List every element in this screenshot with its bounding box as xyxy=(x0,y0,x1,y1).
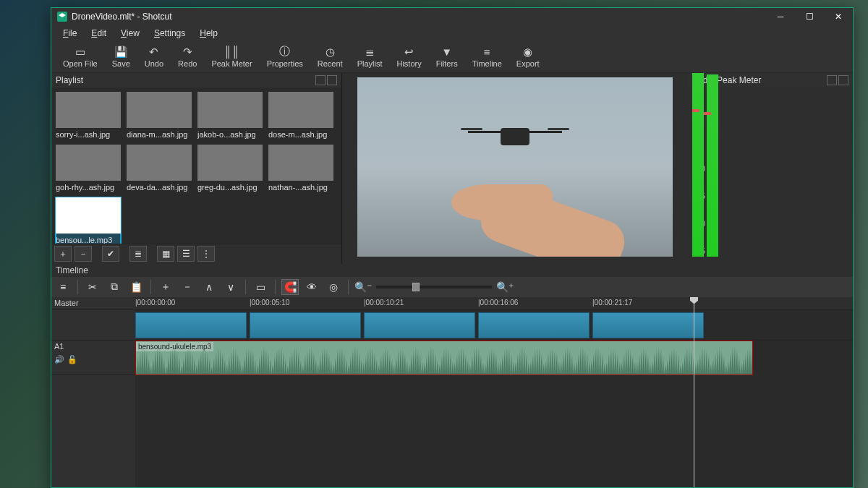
track-head-master[interactable]: Master xyxy=(51,297,135,310)
track-head-audio[interactable]: A1 🔊 🔓 xyxy=(51,341,135,375)
menu-help[interactable]: Help xyxy=(192,27,225,40)
minimize-button[interactable]: ─ xyxy=(766,8,795,25)
audio-clip[interactable]: bensound-ukulele.mp3 xyxy=(135,341,753,375)
menu-file[interactable]: File xyxy=(56,27,84,40)
recent-button[interactable]: ◷Recent xyxy=(310,45,350,69)
peak-close-button[interactable] xyxy=(838,75,848,85)
playlist-close-button[interactable] xyxy=(327,75,337,85)
overwrite-button[interactable]: ∨ xyxy=(222,279,239,295)
playlist-item[interactable]: diana-m...ash.jpg xyxy=(127,92,192,139)
properties-button[interactable]: ⓘProperties xyxy=(260,45,310,69)
timeline-button[interactable]: ≡Timeline xyxy=(465,45,509,69)
peak-bar xyxy=(692,73,704,257)
remove-button[interactable]: － xyxy=(179,279,196,295)
video-clip[interactable] xyxy=(478,312,590,338)
zoom-out-button[interactable]: 🔍⁻ xyxy=(354,279,372,295)
ripple-button[interactable]: ◎ xyxy=(325,279,342,295)
playlist-item[interactable]: nathan-...ash.jpg xyxy=(268,145,333,192)
playlist-item[interactable]: jakob-o...ash.jpg xyxy=(197,92,263,139)
menubar: File Edit View Settings Help xyxy=(51,25,853,41)
lock-icon[interactable]: 🔓 xyxy=(67,355,77,364)
timeline-title-text: Timeline xyxy=(56,265,88,275)
paste-button[interactable]: 📋 xyxy=(127,279,145,295)
playlist-float-button[interactable] xyxy=(315,75,326,85)
playlist-tool-2[interactable]: ✔ xyxy=(102,246,119,262)
menu-edit[interactable]: Edit xyxy=(84,27,114,40)
filters-button[interactable]: ▼Filters xyxy=(429,45,465,69)
peak-float-button[interactable] xyxy=(827,75,837,85)
playlist-tool-6[interactable]: ⋮ xyxy=(197,246,215,262)
thumbnail-label: goh-rhy...ash.jpg xyxy=(56,183,121,192)
playlist-tool-0[interactable]: ＋ xyxy=(54,246,72,262)
playlist-tool-4[interactable]: ▦ xyxy=(157,246,174,262)
cut-button[interactable]: ✂ xyxy=(84,279,101,295)
app-icon xyxy=(57,12,67,22)
copy-button[interactable]: ⧉ xyxy=(106,279,123,295)
thumbnail xyxy=(56,197,121,234)
redo-button[interactable]: ↷Redo xyxy=(171,45,204,69)
thumbnail-label: jakob-o...ash.jpg xyxy=(197,130,263,139)
track-head-video[interactable] xyxy=(51,310,135,341)
ruler-tick: |00:00:05:10 xyxy=(250,299,289,307)
save-label: Save xyxy=(112,59,130,68)
timeline-toolbar: ≡ ✂ ⧉ 📋 ＋ － ∧ ∨ ▭ 🧲 👁 ◎ 🔍⁻ 🔍⁺ xyxy=(51,277,853,297)
maximize-button[interactable]: ☐ xyxy=(795,8,824,25)
timeline-playhead[interactable] xyxy=(694,297,694,488)
zoom-in-button[interactable]: 🔍⁺ xyxy=(496,279,514,295)
thumbnail xyxy=(268,92,333,128)
playlist-tool-5[interactable]: ☰ xyxy=(177,246,195,262)
video-clip[interactable] xyxy=(135,312,247,338)
playlist-item[interactable]: dose-m...ash.jpg xyxy=(268,92,333,139)
undo-label: Undo xyxy=(145,59,163,68)
export-button[interactable]: ◉Export xyxy=(509,45,547,69)
zoom-slider[interactable] xyxy=(376,286,492,288)
video-clip[interactable] xyxy=(364,312,475,338)
thumbnail xyxy=(127,92,192,128)
history-label: History xyxy=(396,59,421,68)
video-clip[interactable] xyxy=(250,312,361,338)
video-clip[interactable] xyxy=(592,312,704,338)
thumbnail-label: dose-m...ash.jpg xyxy=(268,130,333,139)
audio-track[interactable]: bensound-ukulele.mp3 xyxy=(135,341,853,375)
redo-label: Redo xyxy=(178,59,197,68)
peak-meter: 30-5-10-15-20-25-30-35-40-45-50 xyxy=(688,87,853,264)
thumbnail xyxy=(268,145,333,181)
playlist-item[interactable]: deva-da...ash.jpg xyxy=(127,145,192,192)
timeline-ruler[interactable]: |00:00:00:00|00:00:05:10|00:00:10:21|00:… xyxy=(135,297,853,310)
peak-meter-button[interactable]: ║║Peak Meter xyxy=(204,45,259,69)
save-button[interactable]: 💾Save xyxy=(105,45,137,69)
thumbnail-label: sorry-i...ash.jpg xyxy=(56,130,121,139)
window-title: DroneVideo.mlt* - Shotcut xyxy=(72,12,766,22)
thumbnail xyxy=(197,145,263,181)
playlist-item[interactable]: sorry-i...ash.jpg xyxy=(56,92,121,139)
lift-button[interactable]: ∧ xyxy=(200,279,218,295)
scrub-button[interactable]: 👁 xyxy=(303,279,320,295)
track-master-label: Master xyxy=(54,299,132,307)
menu-settings[interactable]: Settings xyxy=(147,27,192,40)
open-file-button[interactable]: ▭Open File xyxy=(56,45,105,69)
playlist-item[interactable]: greg-du...ash.jpg xyxy=(197,145,263,192)
timeline-menu-button[interactable]: ≡ xyxy=(54,279,72,295)
properties-icon: ⓘ xyxy=(279,46,290,58)
preview-image[interactable] xyxy=(357,77,673,257)
properties-label: Properties xyxy=(267,59,303,68)
playlist-button[interactable]: ≣Playlist xyxy=(350,45,390,69)
playlist-item[interactable]: goh-rhy...ash.jpg xyxy=(56,145,121,192)
history-button[interactable]: ↩History xyxy=(389,45,428,69)
mute-icon[interactable]: 🔊 xyxy=(54,355,64,364)
preview-area xyxy=(342,73,688,261)
snap-button[interactable]: 🧲 xyxy=(281,279,299,295)
playlist-tool-3[interactable]: ≣ xyxy=(129,246,147,262)
filters-icon: ▼ xyxy=(441,46,452,58)
thumbnail-label: diana-m...ash.jpg xyxy=(127,130,192,139)
append-button[interactable]: ＋ xyxy=(157,279,174,295)
export-label: Export xyxy=(516,59,540,68)
close-button[interactable]: ✕ xyxy=(824,8,853,25)
split-button[interactable]: ▭ xyxy=(252,279,269,295)
undo-button[interactable]: ↶Undo xyxy=(137,45,171,69)
track-content[interactable]: |00:00:00:00|00:00:05:10|00:00:10:21|00:… xyxy=(135,297,853,488)
menu-view[interactable]: View xyxy=(114,27,147,40)
playlist-tool-1[interactable]: － xyxy=(75,246,92,262)
playlist-item[interactable]: bensou...le.mp3 xyxy=(56,197,121,244)
video-track[interactable] xyxy=(135,310,853,341)
